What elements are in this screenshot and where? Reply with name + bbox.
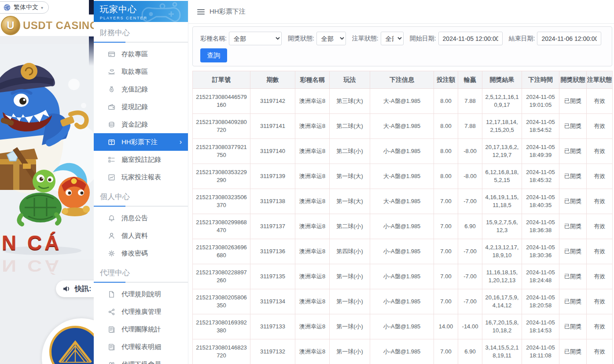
sidebar-item-profile[interactable]: 個人資料	[94, 227, 188, 244]
sidebar-item-withdrawal-records[interactable]: 提現記錄	[94, 98, 188, 116]
sidebar-item-label: 個人資料	[121, 232, 148, 240]
column-header: 開獎狀態	[559, 71, 587, 89]
table-cell: 第四球(小)	[330, 239, 370, 264]
table-cell: 31197141	[250, 114, 295, 139]
table-header-row: 訂單號期數彩種名稱玩法下注信息投注額輸贏開獎結果下注時間開獎狀態注單狀態	[193, 71, 613, 89]
table-cell: 31197139	[250, 164, 295, 189]
table-cell: 第一球(小)	[330, 289, 370, 314]
table-cell: 31197132	[250, 339, 295, 364]
sidebar-item-change-password[interactable]: 修改密碼	[94, 244, 188, 262]
start-date-input[interactable]	[438, 32, 503, 45]
brand-logo[interactable]: U USDT CASINO	[0, 15, 94, 36]
news-ticker[interactable]: 快訊:	[56, 280, 94, 297]
table-cell: 7.00	[434, 239, 458, 264]
table-cell: -8.00	[458, 164, 482, 189]
column-header: 彩種名稱	[295, 71, 330, 89]
content-topbar: HH彩票下注	[188, 0, 614, 24]
table-cell: 2152173080409280720	[193, 114, 250, 139]
table-cell: 有效	[587, 314, 613, 339]
table-row: 215217308026369668031197136澳洲幸运8第四球(小)小-…	[193, 239, 613, 264]
table-cell: 20,16,17,5,9,4,14,12	[482, 289, 522, 314]
page: 繁体中文 ▾ U USDT CASINO	[0, 0, 614, 364]
lottery-name-select[interactable]: 全部	[229, 32, 282, 45]
table-cell: 2152173080323506370	[193, 189, 250, 214]
sidebar-sections: 財務中心存款專區取款專區充值記錄提現記錄資金記錄HH彩票下注›廳室投註記錄玩家投…	[94, 22, 188, 364]
table-cell: 第一球(小)	[330, 314, 370, 339]
sidebar-item-agent-promotion[interactable]: 代理推廣管理	[94, 303, 188, 320]
sidebar-item-withdraw-area[interactable]: 取款專區	[94, 63, 188, 80]
table-cell: 第三球(大)	[330, 89, 370, 114]
sidebar-item-label: HH彩票下注	[121, 138, 158, 146]
order-status-label: 注單狀態:	[352, 35, 379, 43]
table-cell: 2152173080377921750	[193, 139, 250, 164]
coin-logo-icon: U	[1, 16, 20, 35]
table-cell: 15,9,2,7,5,6,12,3	[482, 214, 522, 239]
chart-icon	[108, 174, 115, 181]
menu-toggle-icon[interactable]	[197, 9, 205, 15]
draw-status-select[interactable]: 全部	[316, 32, 346, 45]
sidebar-item-deposit-area[interactable]: 存款專區	[94, 45, 188, 63]
sidebar-header: 玩家中心 PLAYERS CENTER	[94, 1, 188, 22]
sidebar-item-hall-bet-records[interactable]: 廳室投註記錄	[94, 151, 188, 168]
filter-panel: 彩種名稱: 全部 開獎狀態: 全部 注單狀態: 全部 開始日期: 結束日期: 查…	[192, 26, 612, 66]
share-icon	[108, 308, 115, 316]
table-cell: 已開獎	[559, 214, 587, 239]
table-cell: 3,14,15,5,2,18,19,11	[482, 339, 522, 364]
sidebar: 玩家中心 PLAYERS CENTER 財務中心存款專區取款專區充值記錄提現記錄…	[94, 0, 188, 364]
section-divider	[94, 282, 188, 283]
table-cell: -7.00	[458, 239, 482, 264]
promo-title-reflection: N CÁ	[2, 256, 92, 275]
bell-icon	[108, 215, 115, 222]
table-cell: 7.00	[434, 339, 458, 364]
table-cell: 11,16,18,15,1,20,12,13	[482, 264, 522, 289]
table-cell: 有效	[587, 239, 613, 264]
sidebar-item-label: 代理推廣管理	[121, 308, 161, 316]
team-badge	[42, 318, 94, 364]
table-cell: 7.00	[434, 264, 458, 289]
sidebar-item-hh-lottery-bets[interactable]: HH彩票下注›	[94, 133, 188, 151]
table-cell: 第一球(大)	[330, 164, 370, 189]
book-icon	[108, 138, 115, 146]
sidebar-item-player-bet-report[interactable]: 玩家投注報表	[94, 168, 188, 186]
table-cell: 已開獎	[559, 339, 587, 364]
table-cell: 大-A盤@1.985	[370, 89, 434, 114]
sidebar-item-agent-rules[interactable]: 代理規則說明	[94, 285, 188, 303]
table-cell: 7.00	[434, 189, 458, 214]
table-cell: 第一球(小)	[330, 339, 370, 364]
sidebar-item-label: 代理團隊統計	[121, 325, 161, 334]
table-cell: 2024-11-05 18:11:08	[522, 339, 559, 364]
sidebar-item-label: 修改密碼	[121, 249, 148, 258]
team-badge-logo-icon	[49, 326, 94, 364]
sidebar-item-agent-report-detail[interactable]: 代理報表明細	[94, 338, 188, 356]
table-cell: 已開獎	[559, 189, 587, 214]
end-date-input[interactable]	[537, 32, 601, 45]
table-cell: 第一球(大)	[330, 189, 370, 214]
table-cell: 2024-11-05 18:49:39	[522, 139, 559, 164]
table-cell: 小-A盤@1.985	[370, 264, 434, 289]
user-icon	[108, 232, 115, 240]
wallet-icon	[108, 103, 115, 111]
table-cell: 第一球(小)	[330, 264, 370, 289]
table-cell: 6,12,16,8,18,5,2,15	[482, 164, 522, 189]
ledger-icon	[108, 326, 115, 333]
section-divider	[94, 206, 188, 207]
table-cell: 7.88	[458, 89, 482, 114]
section-title: 代理中心	[94, 262, 188, 282]
table-cell: 已開獎	[559, 89, 587, 114]
order-status-select[interactable]: 全部	[381, 32, 404, 45]
draw-status-label: 開獎狀態:	[288, 35, 314, 43]
sidebar-item-funds-records[interactable]: 資金記錄	[94, 116, 188, 133]
sidebar-item-agent-sub-members[interactable]: 代理下級會員	[94, 356, 188, 364]
moneybag-icon	[108, 86, 115, 93]
search-button[interactable]: 查詢	[200, 48, 227, 62]
language-label: 繁体中文	[14, 4, 38, 11]
column-header: 玩法	[330, 71, 370, 89]
sidebar-item-messages[interactable]: 消息公告	[94, 209, 188, 227]
doc-icon	[108, 291, 115, 298]
table-row: 215217308022889726031197135澳洲幸运8第一球(小)小-…	[193, 264, 613, 289]
sidebar-item-recharge-records[interactable]: 充值記錄	[94, 80, 188, 98]
table-cell: 16,7,20,15,8,10,18,2	[482, 314, 522, 339]
table-cell: 2152173080353229290	[193, 164, 250, 189]
sidebar-item-agent-team-stats[interactable]: 代理團隊統計	[94, 320, 188, 338]
language-selector[interactable]: 繁体中文 ▾	[0, 1, 49, 14]
